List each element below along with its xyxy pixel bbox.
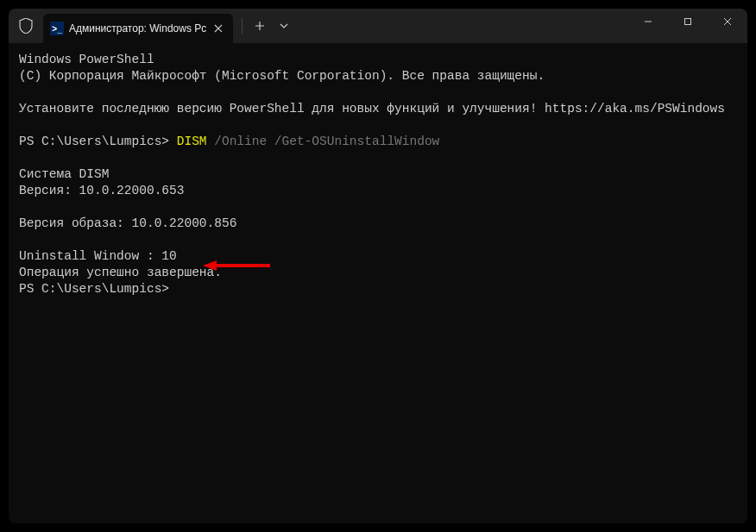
titlebar: >_ Администратор: Windows Pc [9, 9, 747, 43]
ps-header: Windows PowerShell [19, 53, 154, 66]
active-tab[interactable]: >_ Администратор: Windows Pc [43, 14, 233, 43]
cmd-dism: DISM [177, 135, 207, 148]
minimize-button[interactable] [628, 9, 668, 34]
window-controls [628, 9, 747, 43]
ps-update-link: https://aka.ms/PSWindows [545, 102, 725, 116]
tab-divider [242, 18, 243, 34]
cmd-args: /Online /Get-OSUninstallWindow [207, 135, 440, 148]
close-window-button[interactable] [708, 9, 747, 34]
terminal-window: >_ Администратор: Windows Pc Win [9, 9, 747, 523]
shield-icon [9, 18, 43, 34]
powershell-icon-glyph: >_ [52, 24, 61, 34]
terminal-body[interactable]: Windows PowerShell (C) Корпорация Майкро… [9, 43, 747, 523]
svg-rect-0 [685, 19, 691, 25]
image-version: Версия образа: 10.0.22000.856 [19, 216, 236, 230]
powershell-icon: >_ [50, 22, 64, 35]
prompt: PS C:\Users\Lumpics> [19, 282, 169, 296]
prompt: PS C:\Users\Lumpics> [19, 135, 177, 148]
tab-dropdown-button[interactable] [272, 14, 296, 38]
ps-update-msg: Установите последнюю версию PowerShell д… [19, 102, 545, 116]
operation-result: Операция успешно завершена. [19, 266, 222, 279]
maximize-button[interactable] [668, 9, 708, 34]
dism-version: Версия: 10.0.22000.653 [19, 184, 184, 197]
ps-copyright: (C) Корпорация Майкрософт (Microsoft Cor… [19, 69, 545, 83]
close-tab-button[interactable] [211, 21, 226, 36]
tab-title: Администратор: Windows Pc [69, 22, 211, 34]
new-tab-button[interactable] [248, 14, 272, 38]
uninstall-window-value: Uninstall Window : 10 [19, 249, 177, 263]
dism-system: Cистема DISM [19, 167, 109, 181]
